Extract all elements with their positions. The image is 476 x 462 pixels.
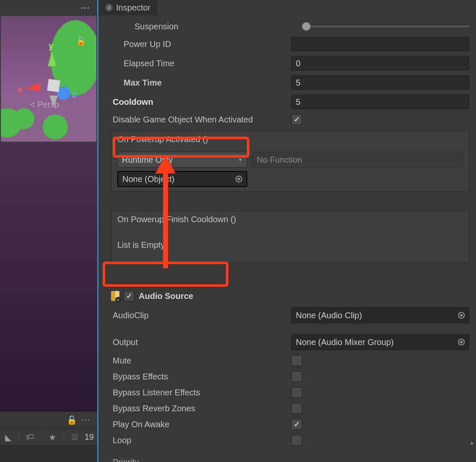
prop-play-on-awake: Play On Awake (98, 416, 476, 432)
panel-header-strip: 🔓 ⋮ (0, 412, 97, 428)
prop-loop: Loop (98, 432, 476, 448)
prop-max-time: Max Time (98, 73, 476, 92)
hierarchy-toolbar: ◣ 🏷 ★ 👁̸ 19 (0, 428, 97, 445)
bypass-reverb-checkbox[interactable] (291, 403, 302, 414)
kebab-icon[interactable]: ⋮ (81, 416, 91, 424)
inspector-tabbar: i Inspector (98, 0, 476, 15)
elapsed-time-input[interactable] (291, 56, 469, 70)
cooldown-input[interactable] (291, 95, 469, 109)
label: Bypass Reverb Zones (113, 404, 291, 413)
suspension-slider[interactable] (302, 26, 469, 27)
object-picker-icon[interactable] (458, 339, 465, 345)
tab-label: Inspector (116, 3, 150, 13)
output-field[interactable]: None (Audio Mixer Group) (291, 334, 469, 350)
inspector-panel: i Inspector Suspension Power Up ID Elaps… (97, 0, 476, 462)
object-picker-icon[interactable] (458, 312, 465, 319)
scroll-up-icon[interactable]: ▲ (470, 440, 474, 445)
axis-z-label: z (72, 90, 76, 99)
loop-checkbox[interactable] (291, 435, 302, 446)
function-dropdown[interactable]: No Function (252, 152, 463, 168)
function-label: No Function (257, 155, 302, 165)
bypass-effects-checkbox[interactable] (291, 371, 302, 382)
event-on-powerup-finish-cooldown: On Powerup Finish Cooldown () List is Em… (111, 211, 469, 263)
prop-priority: Priority (98, 454, 476, 462)
scene-viewport[interactable]: 🔓 y x z < Persp (1, 16, 96, 142)
lock-icon[interactable]: 🔓 (67, 415, 77, 425)
label: AudioClip (113, 311, 291, 320)
prop-bypass-listener: Bypass Listener Effects (98, 384, 476, 400)
mute-checkbox[interactable] (291, 355, 302, 366)
label: Output (113, 337, 291, 347)
viewport-below (0, 143, 97, 412)
audio-source-icon (111, 291, 119, 301)
prop-suspension: Suspension (98, 18, 476, 34)
audioclip-value: None (Audio Clip) (296, 311, 362, 320)
prop-bypass-reverb: Bypass Reverb Zones (98, 400, 476, 416)
label: Max Time (124, 78, 291, 88)
axis-y-label: y (49, 41, 53, 51)
prop-cooldown: Cooldown (98, 92, 476, 112)
label: Disable Game Object When Activated (113, 115, 291, 125)
label: Bypass Listener Effects (113, 388, 291, 397)
prefab-icon[interactable]: ◣ (3, 431, 13, 444)
visibility-icon[interactable]: 👁̸ (70, 431, 79, 444)
svg-rect-3 (47, 79, 60, 92)
max-time-input[interactable] (291, 75, 469, 90)
audio-source-enabled-checkbox[interactable] (124, 291, 135, 301)
prop-audioclip: AudioClip None (Audio Clip) (98, 305, 476, 326)
label: Cooldown (113, 97, 291, 107)
output-value: None (Audio Mixer Group) (296, 337, 393, 347)
tab-inspector[interactable]: i Inspector (98, 0, 157, 15)
tag-icon[interactable]: 🏷 (26, 431, 35, 444)
prop-disable-gameobject: Disable Game Object When Activated (98, 112, 476, 127)
bypass-listener-checkbox[interactable] (291, 387, 302, 398)
event-header: On Powerup Finish Cooldown () (111, 211, 469, 228)
empty-list-label: List is Empty (117, 232, 463, 258)
info-icon: i (105, 4, 113, 11)
inspector-body: Suspension Power Up ID Elapsed Time Max … (98, 15, 476, 462)
play-on-awake-checkbox[interactable] (291, 419, 302, 430)
prop-mute: Mute (98, 353, 476, 369)
svg-marker-0 (48, 51, 56, 66)
chevron-down-icon: ▼ (238, 157, 243, 162)
object-label: None (Object) (122, 174, 175, 184)
event-header: On Powerup Activated () (111, 131, 469, 148)
powerup-id-input[interactable] (291, 37, 469, 51)
label: Elapsed Time (124, 59, 291, 68)
label: Suspension (135, 22, 302, 31)
label: Mute (113, 356, 291, 366)
label: Loop (113, 436, 291, 445)
disable-gameobject-checkbox[interactable] (291, 114, 302, 125)
runtime-label: Runtime Only (122, 155, 173, 165)
star-icon[interactable]: ★ (48, 431, 57, 444)
label: Bypass Effects (113, 372, 291, 382)
prop-elapsed-time: Elapsed Time (98, 54, 476, 73)
hidden-count: 19 (85, 432, 94, 442)
axis-x-label: x (18, 85, 22, 94)
scene-panel: ⋮ 🔓 y x z < Persp 🔓 ⋮ ◣ 🏷 ★ (0, 0, 97, 462)
event-on-powerup-activated: On Powerup Activated () Runtime Only ▼ N… (111, 131, 469, 192)
label: Priority (113, 457, 291, 462)
scrollbar[interactable]: ▲ (468, 424, 475, 445)
prop-output: Output None (Audio Mixer Group) (98, 332, 476, 353)
prop-bypass-effects: Bypass Effects (98, 369, 476, 384)
label: Power Up ID (124, 39, 291, 49)
component-audio-source-header[interactable]: Audio Source (98, 287, 476, 305)
runtime-dropdown[interactable]: Runtime Only ▼ (117, 152, 247, 168)
object-picker-icon[interactable] (235, 176, 242, 182)
component-title: Audio Source (139, 291, 193, 301)
scene-options: ⋮ (0, 0, 97, 15)
label: Play On Awake (113, 420, 291, 429)
object-field[interactable]: None (Object) (117, 171, 247, 187)
audioclip-field[interactable]: None (Audio Clip) (291, 307, 469, 323)
prop-powerup-id: Power Up ID (98, 34, 476, 54)
projection-label[interactable]: < Persp (30, 100, 59, 109)
svg-marker-1 (26, 83, 40, 91)
kebab-icon[interactable]: ⋮ (80, 3, 91, 12)
